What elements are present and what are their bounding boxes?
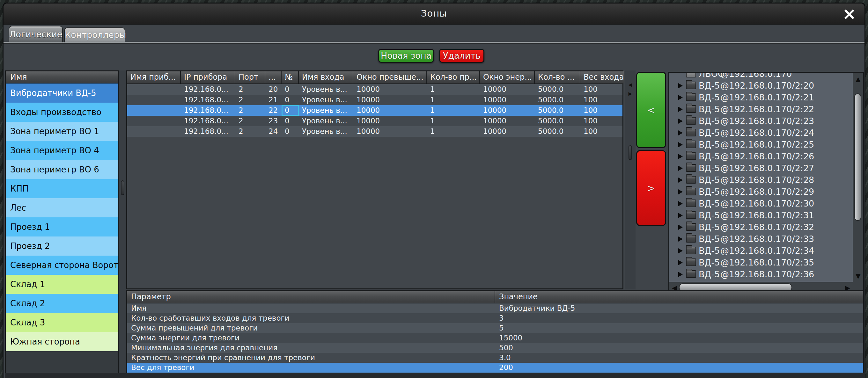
splitter-left-handle[interactable] — [121, 180, 124, 195]
device-table-row-selected[interactable]: 192.168.0...2220Уровень в...100001100005… — [127, 105, 622, 116]
parameter-column-header[interactable]: Параметр — [127, 291, 495, 303]
zone-list-item[interactable]: Склад 2 — [6, 294, 118, 313]
device-cell[interactable]: 10000 — [480, 105, 535, 116]
device-column-header[interactable]: Вес входа — [580, 71, 624, 84]
assign-input-button[interactable]: < — [636, 72, 666, 148]
parameter-name[interactable]: Сумма энергии для тревоги — [127, 333, 495, 343]
parameter-name[interactable]: Минимальная энергия для сравнения — [127, 343, 495, 353]
device-column-header[interactable]: ... — [265, 71, 282, 84]
expander-triangle-icon[interactable] — [678, 213, 683, 218]
parameter-name[interactable]: Сумма превышений для тревоги — [127, 323, 495, 333]
device-cell[interactable]: 1 — [427, 105, 480, 116]
tree-item[interactable]: ЛВОС@192.168.0.170 — [669, 72, 853, 80]
parameter-value[interactable]: 5 — [495, 323, 863, 333]
device-cell[interactable]: 10000 — [480, 95, 535, 105]
device-column-header[interactable]: Порт — [235, 71, 265, 84]
parameter-value[interactable]: Вибродатчики ВД-5 — [495, 304, 863, 313]
device-cell[interactable]: 5000.0 — [535, 116, 580, 126]
tree-item[interactable]: ВД-5@192.168.0.170/2:20 — [669, 80, 853, 92]
device-cell[interactable]: 10000 — [353, 126, 427, 137]
device-cell[interactable]: 21 — [265, 95, 282, 105]
parameter-row[interactable]: Сумма энергии для тревоги15000 — [127, 333, 863, 343]
parameter-name[interactable]: Вес для тревоги — [127, 363, 495, 373]
scroll-up-icon[interactable]: ▲ — [853, 75, 863, 83]
device-cell[interactable]: 10000 — [480, 116, 535, 126]
tree-item[interactable]: ВД-5@192.168.0.170/2:26 — [669, 151, 853, 162]
device-cell[interactable]: 5000.0 — [535, 84, 580, 95]
zone-list-item[interactable]: Зона периметр ВО 4 — [6, 141, 118, 160]
expander-triangle-icon[interactable] — [678, 95, 683, 100]
device-column-header[interactable]: Окно энер... — [480, 71, 535, 84]
parameter-name[interactable]: Кратность энергий при сравнении для трев… — [127, 353, 495, 363]
device-cell[interactable]: 100 — [580, 84, 624, 95]
device-table-row[interactable]: 192.168.0...2230Уровень в...100001100005… — [127, 116, 622, 126]
expander-triangle-icon[interactable] — [678, 130, 683, 135]
expander-triangle-icon[interactable] — [678, 272, 683, 277]
expander-triangle-icon[interactable] — [678, 142, 683, 147]
zone-list-item[interactable]: Проезд 2 — [6, 237, 118, 256]
close-icon[interactable]: × — [842, 5, 856, 22]
device-cell[interactable]: 5000.0 — [535, 105, 580, 116]
zone-list-item[interactable]: Склад 1 — [6, 275, 118, 294]
collapse-right-icon[interactable]: ▶ — [625, 92, 636, 96]
device-cell[interactable]: 1 — [427, 126, 480, 137]
device-cell[interactable]: 10000 — [353, 116, 427, 126]
zone-list-item[interactable]: Проезд 1 — [6, 217, 118, 237]
zone-list-item[interactable]: Зона периметр ВО 6 — [6, 160, 118, 179]
tree-item[interactable]: ВД-5@192.168.0.170/2:21 — [669, 92, 853, 103]
tree-vertical-scrollbar[interactable]: ▲ ▼ — [853, 73, 863, 293]
expander-triangle-icon[interactable] — [678, 178, 683, 183]
expander-triangle-icon[interactable] — [678, 107, 683, 112]
device-cell[interactable]: 2 — [235, 95, 265, 105]
device-cell[interactable]: 100 — [580, 105, 624, 116]
tree-item[interactable]: ВД-5@192.168.0.170/2:24 — [669, 127, 853, 139]
parameter-row[interactable]: Сумма превышений для тревоги5 — [127, 323, 863, 333]
splitter-right[interactable]: ◀ ▶ — [625, 70, 636, 289]
device-cell[interactable]: 0 — [282, 105, 299, 116]
parameter-value[interactable]: 200 — [495, 363, 863, 373]
tab-logical[interactable]: Логические — [9, 26, 63, 42]
device-cell[interactable]: 1 — [427, 95, 480, 105]
device-cell[interactable]: 20 — [265, 84, 282, 95]
device-table-row[interactable]: 192.168.0...2210Уровень в...100001100005… — [127, 95, 622, 105]
tree-item[interactable]: ВД-5@192.168.0.170/2:28 — [669, 174, 853, 186]
device-cell[interactable]: 5000.0 — [535, 126, 580, 137]
parameter-value[interactable]: 15000 — [495, 333, 863, 343]
expander-triangle-icon[interactable] — [678, 166, 683, 171]
expander-triangle-icon[interactable] — [678, 260, 683, 265]
zone-list-item[interactable]: Южная сторона — [6, 332, 118, 351]
tree-item[interactable]: ВД-5@192.168.0.170/2:25 — [669, 139, 853, 151]
tree-item[interactable]: ВД-5@192.168.0.170/2:22 — [669, 103, 853, 115]
device-cell[interactable]: 192.168.0... — [181, 126, 235, 137]
collapse-left-icon[interactable]: ◀ — [625, 83, 636, 87]
expander-triangle-icon[interactable] — [678, 225, 683, 230]
tree-item[interactable]: ВД-5@192.168.0.170/2:33 — [669, 233, 853, 245]
delete-button[interactable]: Удалить — [439, 49, 485, 63]
tree-item[interactable]: ВД-5@192.168.0.170/2:27 — [669, 162, 853, 174]
splitter-left[interactable] — [119, 70, 126, 374]
device-cell[interactable] — [127, 105, 181, 116]
device-cell[interactable]: 10000 — [480, 84, 535, 95]
device-cell[interactable]: 24 — [265, 126, 282, 137]
expander-triangle-icon[interactable] — [678, 83, 683, 88]
device-column-header[interactable]: Окно превыше... — [353, 71, 427, 84]
device-cell[interactable]: 10000 — [480, 126, 535, 137]
device-cell[interactable]: 10000 — [353, 105, 427, 116]
device-cell[interactable]: Уровень в... — [299, 126, 353, 137]
parameter-name[interactable]: Имя — [127, 304, 495, 313]
device-column-header[interactable]: IP прибора — [181, 71, 235, 84]
device-cell[interactable]: 2 — [235, 116, 265, 126]
device-cell[interactable]: 192.168.0... — [181, 84, 235, 95]
device-cell[interactable]: Уровень в... — [299, 105, 353, 116]
device-cell[interactable]: 100 — [580, 95, 624, 105]
parameter-value[interactable]: 500 — [495, 343, 863, 353]
tree-item[interactable]: ВД-5@192.168.0.170/2:36 — [669, 269, 853, 280]
parameter-row[interactable]: Кратность энергий при сравнении для трев… — [127, 353, 863, 363]
zone-list-item-selected[interactable]: Вибродатчики ВД-5 — [6, 84, 118, 103]
tree-item[interactable]: ВД-5@192.168.0.170/2:31 — [669, 210, 853, 221]
parameter-row-selected[interactable]: Вес для тревоги200 — [127, 363, 863, 373]
value-column-header[interactable]: Значение — [495, 291, 863, 303]
device-cell[interactable]: 192.168.0... — [181, 105, 235, 116]
tab-controllers[interactable]: Контроллеры — [64, 27, 125, 42]
device-cell[interactable]: 0 — [282, 116, 299, 126]
